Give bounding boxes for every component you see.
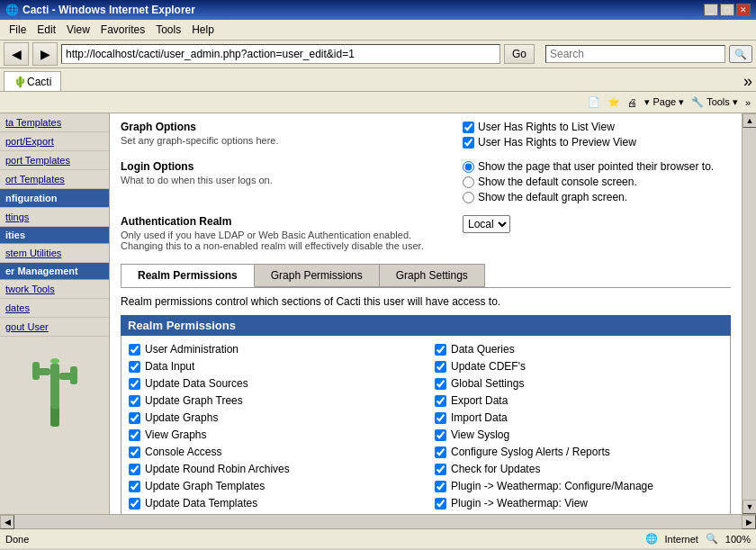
address-text[interactable]: http://localhost/cacti/user_admin.php?ac… <box>66 48 355 60</box>
permissions-section: Realm Permissions Graph Permissions Grap… <box>121 264 731 514</box>
menu-bar: File Edit View Favorites Tools Help <box>0 20 756 41</box>
perm-item-user-admin: User Administration <box>129 341 417 357</box>
perm-checkbox-update-data-sources[interactable] <box>129 378 140 390</box>
scroll-left-button[interactable]: ◀ <box>0 515 14 529</box>
perm-label-check-updates: Check for Updates <box>451 463 540 475</box>
scroll-down-button[interactable]: ▼ <box>742 500 756 514</box>
perm-checkbox-view-syslog[interactable] <box>435 429 446 441</box>
perm-item-view-graphs: View Graphs <box>129 427 417 443</box>
login-options-section: Login Options What to do when this user … <box>121 160 731 206</box>
rights-list-view-row: User Has Rights to List View <box>463 121 636 133</box>
page-label[interactable]: ▾ Page ▾ <box>644 96 684 108</box>
login-radio-console[interactable] <box>463 176 474 188</box>
sidebar-section-user-mgmt: er Management <box>0 263 109 280</box>
perm-checkbox-configure-syslog[interactable] <box>435 446 446 458</box>
perm-checkbox-check-updates[interactable] <box>435 464 446 475</box>
internet-zone-icon: 🌐 <box>645 533 658 545</box>
perm-item-data-input: Data Input <box>129 358 417 374</box>
perm-item-update-data-sources: Update Data Sources <box>129 375 417 392</box>
print-icon: 🖨 <box>627 97 637 108</box>
perm-checkbox-global-settings[interactable] <box>435 378 446 390</box>
sidebar-item-ta-templates[interactable]: ta Templates <box>0 113 109 132</box>
tools-label[interactable]: 🔧 Tools ▾ <box>691 96 738 108</box>
browser-tab[interactable]: 🌵 Cacti <box>4 71 61 91</box>
rights-preview-view-checkbox[interactable] <box>463 137 474 149</box>
status-bar: Done 🌐 Internet 🔍 100% <box>0 528 756 548</box>
perm-checkbox-import-data[interactable] <box>435 412 446 424</box>
login-radio-console-label: Show the default console screen. <box>478 176 637 188</box>
rights-list-view-checkbox[interactable] <box>463 122 474 133</box>
sidebar-item-port-templates[interactable]: port Templates <box>0 151 109 170</box>
realm-desc: Realm permissions control which sections… <box>121 295 731 308</box>
menu-help[interactable]: Help <box>186 22 220 38</box>
perm-checkbox-plugin-weathermap-manage[interactable] <box>435 481 446 492</box>
tab-bar: 🌵 Cacti » <box>0 68 756 92</box>
search-button[interactable]: 🔍 <box>729 45 752 63</box>
forward-button[interactable]: ▶ <box>32 42 58 66</box>
tab-icon: 🌵 <box>14 76 27 88</box>
menu-tools[interactable]: Tools <box>150 22 186 38</box>
login-radio-page[interactable] <box>463 161 474 173</box>
new-tab-button[interactable]: » <box>743 72 752 91</box>
title-text: Cacti - Windows Internet Explorer <box>22 4 195 16</box>
perm-checkbox-console-access[interactable] <box>129 446 140 458</box>
sidebar-item-logout[interactable]: gout User <box>0 318 109 337</box>
horizontal-scrollbar[interactable]: ◀ ▶ <box>0 514 756 528</box>
maximize-button[interactable]: □ <box>720 4 734 16</box>
perm-checkbox-update-rra[interactable] <box>129 464 140 475</box>
minimize-button[interactable]: _ <box>704 4 718 16</box>
perm-checkbox-update-graphs[interactable] <box>129 412 140 424</box>
login-radio-console-row: Show the default console screen. <box>463 176 714 188</box>
perm-checkbox-plugin-weathermap-view[interactable] <box>435 498 446 509</box>
sidebar-item-network-tools[interactable]: twork Tools <box>0 280 109 299</box>
scroll-track[interactable] <box>742 128 756 500</box>
address-bar: http://localhost/cacti/user_admin.php?ac… <box>61 44 500 64</box>
graph-options-section: Graph Options Set any graph-specific opt… <box>121 121 731 151</box>
perm-label-import-data: Import Data <box>451 411 508 424</box>
tab-graph-permissions[interactable]: Graph Permissions <box>254 264 380 287</box>
perm-label-plugin-weathermap-manage: Plugin -> Weathermap: Configure/Manage <box>451 480 653 492</box>
perm-checkbox-view-graphs[interactable] <box>129 429 140 441</box>
perm-checkbox-user-admin[interactable] <box>129 344 140 356</box>
login-radio-graph[interactable] <box>463 192 474 203</box>
auth-realm-section: Authentication Realm Only used if you ha… <box>121 215 731 255</box>
sidebar-item-settings[interactable]: ttings <box>0 208 109 227</box>
status-left: Done <box>5 534 29 545</box>
vertical-scrollbar[interactable]: ▲ ▼ <box>742 113 756 514</box>
sidebar: ta Templates port/Export port Templates … <box>0 113 110 514</box>
tab-graph-settings[interactable]: Graph Settings <box>379 264 485 287</box>
perm-checkbox-update-cdef[interactable] <box>435 361 446 373</box>
rights-list-view-label: User Has Rights to List View <box>478 121 615 133</box>
sidebar-item-configuration[interactable]: nfiguration <box>0 189 109 208</box>
window-controls[interactable]: _ □ ✕ <box>704 4 751 16</box>
perm-label-console-access: Console Access <box>145 446 221 458</box>
search-input[interactable] <box>545 45 725 63</box>
scroll-right-button[interactable]: ▶ <box>742 515 756 529</box>
perm-checkbox-data-queries[interactable] <box>435 344 446 356</box>
perm-item-update-graph-trees: Update Graph Trees <box>129 392 417 409</box>
auth-realm-select[interactable]: Local <box>463 215 510 233</box>
login-radio-graph-label: Show the default graph screen. <box>478 191 627 203</box>
menu-edit[interactable]: Edit <box>32 22 61 38</box>
menu-file[interactable]: File <box>4 22 32 38</box>
perm-item-export-data: Export Data <box>435 392 723 409</box>
close-button[interactable]: ✕ <box>736 4 751 16</box>
svg-point-6 <box>50 358 59 364</box>
tab-realm-permissions[interactable]: Realm Permissions <box>121 264 255 287</box>
login-options-label: Login Options <box>121 160 445 173</box>
back-button[interactable]: ◀ <box>4 42 29 66</box>
sidebar-item-updates[interactable]: dates <box>0 299 109 318</box>
sidebar-item-port-export[interactable]: port/Export <box>0 132 109 151</box>
sidebar-item-ort-templates[interactable]: ort Templates <box>0 170 109 189</box>
perm-checkbox-update-data-templates[interactable] <box>129 498 140 509</box>
perm-checkbox-data-input[interactable] <box>129 361 140 373</box>
sidebar-item-system-utilities[interactable]: stem Utilities <box>0 244 109 263</box>
menu-favorites[interactable]: Favorites <box>95 22 150 38</box>
menu-view[interactable]: View <box>61 22 95 38</box>
perm-checkbox-update-graph-trees[interactable] <box>129 395 140 407</box>
perm-item-update-host-templates: Update Host Templates <box>129 512 417 514</box>
go-button[interactable]: Go <box>504 44 535 64</box>
perm-checkbox-export-data[interactable] <box>435 395 446 407</box>
perm-checkbox-update-graph-templates[interactable] <box>129 481 140 492</box>
scroll-up-button[interactable]: ▲ <box>742 113 756 128</box>
